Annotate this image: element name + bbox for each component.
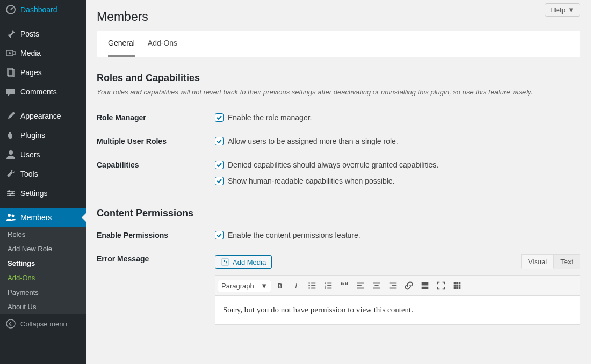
submenu-settings[interactable]: Settings (0, 256, 86, 271)
svg-rect-34 (390, 283, 397, 284)
format-select[interactable]: Paragraph ▼ (218, 280, 271, 292)
fullscreen-button[interactable] (434, 278, 449, 293)
row-multiple-roles: Multiple User Roles Allow users to be as… (97, 129, 580, 153)
italic-button[interactable]: I (289, 278, 304, 293)
svg-rect-40 (454, 282, 456, 285)
svg-rect-47 (456, 287, 458, 289)
collapse-menu[interactable]: Collapse menu (0, 314, 86, 333)
add-media-button[interactable]: Add Media (215, 255, 272, 269)
sidebar-item-appearance[interactable]: Appearance (0, 106, 86, 126)
main-content: Help ▼ Members General Add-Ons Roles and… (86, 0, 591, 364)
align-center-button[interactable] (369, 278, 384, 293)
svg-rect-19 (311, 285, 315, 286)
label-role-manager: Role Manager (97, 113, 215, 122)
svg-rect-31 (373, 283, 380, 284)
sidebar-item-posts[interactable]: Posts (0, 24, 86, 43)
media-icon (221, 258, 229, 266)
checkbox-role-manager[interactable] (215, 113, 224, 122)
tab-add-ons[interactable]: Add-Ons (148, 39, 177, 57)
pin-icon (5, 28, 16, 39)
svg-point-14 (6, 319, 15, 328)
svg-point-13 (12, 215, 15, 217)
svg-rect-39 (422, 287, 429, 289)
label-capabilities: Capabilities (97, 161, 215, 169)
submenu-about-us[interactable]: About Us (0, 300, 86, 314)
row-role-manager: Role Manager Enable the role manager. (97, 106, 580, 129)
label-error-message: Error Message (97, 254, 215, 263)
submenu-roles[interactable]: Roles (0, 227, 86, 242)
wrench-icon (5, 169, 16, 179)
checkbox-denied-caps[interactable] (215, 161, 224, 169)
plug-icon (5, 130, 16, 141)
dashboard-icon (5, 4, 16, 15)
label-enable-permissions: Enable Permissions (97, 231, 215, 239)
checkbox-human-caps[interactable] (215, 177, 224, 185)
svg-rect-30 (357, 288, 364, 289)
svg-rect-35 (392, 285, 396, 286)
svg-point-15 (224, 260, 225, 262)
sidebar-item-media[interactable]: Media (0, 43, 86, 63)
svg-point-20 (308, 287, 310, 289)
submenu-payments[interactable]: Payments (0, 285, 86, 300)
editor-tab-text[interactable]: Text (553, 254, 580, 269)
submenu-add-new-role[interactable]: Add New Role (0, 242, 86, 256)
sidebar-item-dashboard[interactable]: Dashboard (0, 0, 86, 19)
chevron-down-icon: ▼ (261, 282, 268, 290)
settings-icon (5, 188, 16, 199)
collapse-label: Collapse menu (20, 320, 67, 328)
label-multiple-roles: Multiple User Roles (97, 137, 215, 145)
svg-rect-36 (390, 288, 397, 289)
svg-rect-25 (327, 285, 331, 286)
sidebar-item-tools[interactable]: Tools (0, 164, 86, 184)
sidebar-item-users[interactable]: Users (0, 145, 86, 164)
editor-tab-visual[interactable]: Visual (521, 254, 554, 269)
toolbar-toggle-button[interactable] (450, 278, 465, 293)
svg-point-11 (9, 194, 11, 196)
svg-rect-17 (311, 283, 315, 284)
sidebar-item-members[interactable]: Members (0, 208, 86, 227)
sidebar-label: Members (20, 213, 52, 222)
bullet-list-button[interactable] (305, 278, 320, 293)
check-label: Enable the role manager. (228, 113, 312, 122)
svg-rect-38 (422, 285, 429, 286)
svg-rect-27 (327, 288, 331, 289)
svg-rect-33 (373, 288, 380, 289)
user-icon (5, 149, 16, 160)
help-button[interactable]: Help ▼ (545, 3, 580, 17)
quote-button[interactable]: ““ (337, 278, 352, 293)
svg-rect-32 (374, 285, 378, 286)
editor-content[interactable]: Sorry, but you do not have permission to… (215, 296, 580, 324)
sidebar-item-comments[interactable]: Comments (0, 82, 86, 101)
tab-general[interactable]: General (108, 39, 135, 57)
checkbox-multiple-roles[interactable] (215, 137, 224, 145)
sidebar-label: Comments (20, 88, 57, 96)
align-right-button[interactable] (385, 278, 400, 293)
section-permissions-title: Content Permissions (97, 208, 580, 219)
page-title: Members (97, 0, 580, 31)
sidebar-label: Pages (20, 68, 42, 77)
svg-rect-43 (454, 285, 456, 287)
tabs-container: General Add-Ons (97, 31, 580, 57)
submenu-add-ons[interactable]: Add-Ons (0, 271, 86, 285)
sidebar-item-pages[interactable]: Pages (0, 63, 86, 82)
link-button[interactable] (401, 278, 416, 293)
svg-point-10 (11, 192, 13, 194)
svg-rect-21 (311, 288, 315, 289)
svg-point-5 (9, 150, 13, 155)
number-list-button[interactable]: 123 (321, 278, 336, 293)
svg-rect-28 (357, 283, 364, 284)
readmore-button[interactable] (417, 278, 433, 293)
bold-button[interactable]: B (272, 278, 287, 293)
sidebar-item-plugins[interactable]: Plugins (0, 126, 86, 145)
align-left-button[interactable] (353, 278, 368, 293)
brush-icon (5, 111, 16, 121)
svg-rect-44 (456, 285, 458, 287)
members-icon (5, 212, 16, 223)
row-enable-permissions: Enable Permissions Enable the content pe… (97, 223, 580, 247)
checkbox-enable-permissions[interactable] (215, 231, 224, 239)
collapse-icon (5, 318, 16, 329)
check-label: Denied capabilities should always overru… (228, 161, 438, 169)
svg-point-16 (308, 282, 310, 284)
sidebar-item-settings[interactable]: Settings (0, 184, 86, 203)
editor-toolbar: Paragraph ▼ B I 123 ““ (215, 276, 580, 296)
